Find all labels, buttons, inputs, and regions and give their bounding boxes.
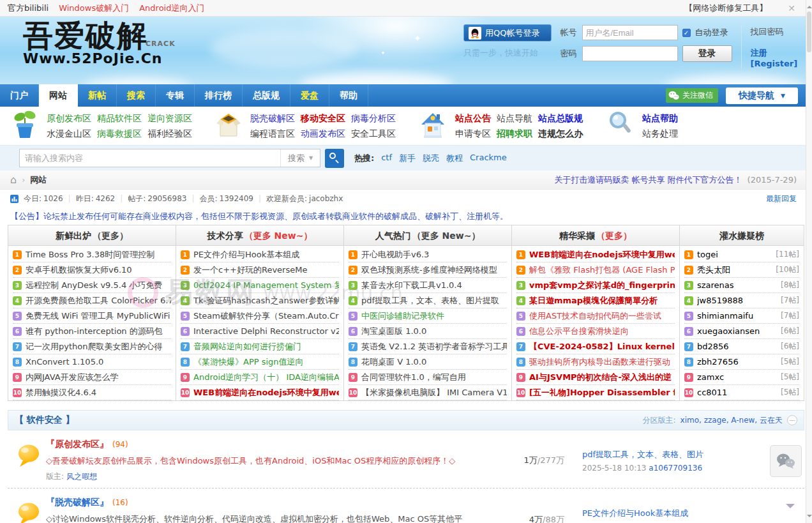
list-item[interactable]: 10 【米家摄像机电脑版】 IMI Camera V1. [349,385,507,400]
forum-link[interactable]: 编程语言区 [250,126,295,141]
breadcrumb-current[interactable]: 网站 [30,174,47,186]
thread-link[interactable]: 发一个c++好玩的ReverseMe [193,264,339,276]
list-item[interactable]: 4 Tk-验证码hashcash之answer参数详解 [181,293,339,308]
list-item[interactable]: 4 某日遊mmap模塊化保護簡單分析 [516,293,675,308]
section-title[interactable]: 【 软件安全 】 [15,414,75,426]
list-item[interactable]: 5 免费无线 WiFi 管理工具 MyPublicWiFi 3 [13,308,171,324]
forum-link[interactable]: 站点公告 [455,111,491,126]
hot-search-link[interactable]: ctf [381,153,392,164]
lastpost-title-link[interactable]: PE文件介绍与Hook基本组成 [582,508,739,519]
section-mods[interactable]: ximo, zzage, A-new, 云在天 [680,415,783,426]
thread-link[interactable]: 中医问诊辅助记录软件 [361,310,507,322]
forum-title-link[interactable]: 『脱壳破解区』 [46,497,109,507]
hot-search-link[interactable]: Crackme [470,153,507,164]
forum-link[interactable]: 移动安全区 [301,111,345,126]
thread-link[interactable]: 禁用触摸汉化4.6.4 [26,387,171,398]
scrollbar[interactable] [806,0,812,523]
hot-search-link[interactable]: 脱壳 [423,153,439,164]
nav-tab[interactable]: 专辑 [156,84,195,107]
scrollbar-up-arrow[interactable] [807,3,812,8]
thread-link[interactable]: 【CVE-2024-0582】Linux kernel [io_ [529,341,675,352]
list-item[interactable]: 3 远程控制 AnyDesk v9.5.4 小巧免费 [13,278,171,293]
list-item[interactable]: 9 合同管理软件1.0，编写自用 [349,370,507,385]
list-item[interactable]: 8 《某游快爆》APP sign值逆向 [181,354,339,370]
forum-link[interactable]: 动画发布区 [301,126,345,141]
list-item[interactable]: 6 淘宝桌面版 1.0.0 [349,324,507,339]
list-item[interactable]: 4 pdf提取工具，文本、表格、图片提取 [349,293,507,308]
scroll-down-arrow[interactable] [786,504,795,513]
list-item[interactable]: 7 【CVE-2024-0582】Linux kernel [io_ [516,339,675,354]
list-item[interactable]: 7 bd2856 [6帖] [684,339,799,354]
list-item[interactable]: 8 花哨桌面 V 1.0.0 [349,354,507,370]
forum-link[interactable]: 病毒救援区 [97,126,142,141]
nav-tab[interactable]: 帮助 [329,84,368,107]
thread-link[interactable]: 安卓手机数据恢复大师v6.10 [26,264,171,276]
list-item[interactable]: 10 cc8011 [5帖] [684,385,799,400]
search-input[interactable] [20,153,280,163]
thread-link[interactable]: 驱动挂钩所有内核导出函数来进行驱动 [529,356,675,368]
thread-link[interactable]: 合同管理软件1.0，编写自用 [361,372,507,383]
forum-title-link[interactable]: 『原创发布区』 [46,439,109,449]
thread-link[interactable]: 某日遊mmap模塊化保護簡單分析 [529,295,675,307]
thread-link[interactable]: AI与JSVMP的初次结合-深入浅出的逆 [529,372,675,383]
password-input[interactable] [582,46,678,61]
login-button[interactable]: 登录 [682,45,732,62]
list-item[interactable]: 1 开心电视助手v6.3 [349,247,507,262]
search-button[interactable] [325,149,344,168]
thread-link[interactable]: XnConvert 1.105.0 [26,357,171,367]
list-item[interactable]: 6 xuegaoxiansen [6帖] [684,324,799,339]
list-item[interactable]: 10 [五一礼物]Hopper Disassembler for [516,385,675,400]
forum-link[interactable]: 水漫金山区 [47,126,91,141]
thread-link[interactable]: [五一礼物]Hopper Disassembler for [529,387,675,398]
user-link[interactable]: shimianmaifu [697,311,777,321]
forum-link[interactable]: 站点导航 [497,111,532,126]
thread-link[interactable]: 双色球预测系统-多维度神经网络模型 [361,264,507,276]
thread-link[interactable]: 免费无线 WiFi 管理工具 MyPublicWiFi 3 [26,310,171,322]
thread-link[interactable]: 【米家摄像机电脑版】 IMI Camera V1. [361,387,507,398]
thread-link[interactable]: 开心电视助手v6.3 [361,249,507,261]
topbar-link[interactable]: Windows破解入门 [59,3,129,14]
forum-link[interactable]: 招聘求职 [497,126,532,141]
search-type-select[interactable]: 搜索 ▼ [280,149,320,167]
forum-link[interactable]: 违规怎么办 [538,126,583,141]
nav-tab[interactable]: 排行榜 [195,84,243,107]
user-link[interactable]: 秃头太阳 [697,264,772,276]
scrollbar-down-arrow[interactable] [807,515,812,520]
list-item[interactable]: 1 PE文件介绍与Hook基本组成 [181,247,339,262]
list-item[interactable]: 10 禁用触摸汉化4.6.4 [13,385,171,400]
nav-tab[interactable]: 总版规 [243,84,290,107]
scrollbar-thumb[interactable] [807,11,811,52]
more-link[interactable]: （更多） [93,231,128,241]
list-item[interactable]: 5 Steam破解软件分享（Steam.Auto.Crack [181,308,339,324]
qq-login-button[interactable]: 用QQ帐号登录 [463,24,552,42]
more-link[interactable]: （更多 New~） [412,231,481,241]
list-item[interactable]: 9 Android逆向学习（十） IDA逆向编辑A [181,370,339,385]
home-icon[interactable]: ⌂ [10,174,17,186]
thread-link[interactable]: 信息公示平台搜索滑块逆向 [529,326,675,337]
user-link[interactable]: szarenas [697,280,777,290]
user-link[interactable]: cc8011 [697,388,777,397]
list-item[interactable]: 7 音频网站逆向如何进行捞偏门 [181,339,339,354]
user-link[interactable]: togei [697,250,772,259]
user-link[interactable]: bd2856 [697,342,777,351]
user-link[interactable]: jw8519888 [697,296,777,305]
hot-search-link[interactable]: 新手 [399,153,416,164]
thread-link[interactable]: 英语兔 V2.1.2 英语初学者音标学习工具 [361,341,507,352]
lastpost-user-link[interactable]: a1067709136 [649,464,702,473]
thread-link[interactable]: Android逆向学习（十） IDA逆向编辑A [193,372,339,383]
list-item[interactable]: 5 中医问诊辅助记录软件 [349,308,507,324]
more-link[interactable]: （更多） [596,231,632,241]
nav-tab[interactable]: 爱盘 [290,84,329,107]
lastpost-title-link[interactable]: pdf提取工具，文本、表格、图片 [582,449,739,460]
thread-link[interactable]: 内网JAVA开发应该怎么学 [26,372,171,383]
list-item[interactable]: 1 Time Boss Pro 3.38时间管理控制 [13,247,171,262]
more-link[interactable]: （更多 New~） [244,231,313,241]
list-item[interactable]: 4 开源免费颜色拾取工具 ColorPicker 6.7 [13,293,171,308]
list-item[interactable]: 8 XnConvert 1.105.0 [13,354,171,370]
thread-link[interactable]: Tk-验证码hashcash之answer参数详解 [193,295,339,307]
wechat-float-widget[interactable] [770,445,802,477]
thread-link[interactable]: 0ctf2024 IP Management System 复现 [193,280,339,291]
thread-link[interactable]: Interactive Delphi Reconstructor v2017. [193,326,339,336]
list-item[interactable]: 5 使用AST技术自动扣代码的一些尝试 [516,308,675,324]
forum-link[interactable]: 站务处理 [642,126,678,141]
